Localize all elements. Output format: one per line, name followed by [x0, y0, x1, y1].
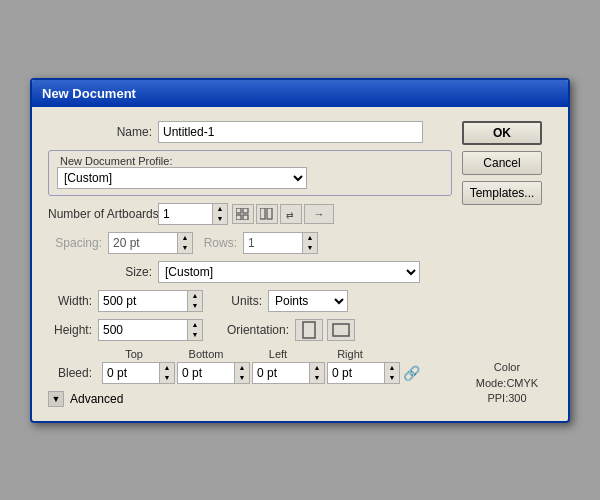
- bleed-right-col-label: Right: [314, 348, 386, 360]
- artboards-spin-up[interactable]: ▲: [213, 204, 227, 214]
- bleed-left-down[interactable]: ▼: [310, 373, 324, 383]
- bleed-top-input[interactable]: [102, 362, 160, 384]
- rows-label: Rows:: [193, 236, 243, 250]
- bleed-bottom-spinner: ▲ ▼: [177, 362, 250, 384]
- artboard-layout-icons: ⇄ →: [232, 204, 334, 224]
- profile-fieldset: New Document Profile: [Custom]: [48, 150, 452, 196]
- portrait-button[interactable]: [295, 319, 323, 341]
- height-input[interactable]: [98, 319, 188, 341]
- ppi-label: PPI:300: [462, 391, 552, 406]
- rows-spinner-arrows[interactable]: ▲ ▼: [303, 232, 318, 254]
- bleed-right-arrows[interactable]: ▲ ▼: [385, 362, 400, 384]
- svg-rect-7: [303, 322, 315, 338]
- bleed-left-input[interactable]: [252, 362, 310, 384]
- spacing-spinner: ▲ ▼: [108, 232, 193, 254]
- change-to-landscape-icon[interactable]: ⇄: [280, 204, 302, 224]
- artboards-label: Number of Artboards:: [48, 207, 158, 221]
- bleed-left-up[interactable]: ▲: [310, 363, 324, 373]
- width-input[interactable]: [98, 290, 188, 312]
- bleed-top-col-label: Top: [98, 348, 170, 360]
- artboards-spinner: ▲ ▼: [158, 203, 228, 225]
- height-spinner: ▲ ▼: [98, 319, 203, 341]
- new-document-dialog: New Document Name: New Document Profile:…: [30, 78, 570, 423]
- advanced-row: ▼ Advanced: [48, 391, 452, 407]
- svg-rect-0: [236, 208, 241, 213]
- color-mode-info: Color Mode:CMYK PPI:300: [462, 356, 552, 406]
- advanced-toggle-button[interactable]: ▼: [48, 391, 64, 407]
- height-group: Height: ▲ ▼: [48, 319, 203, 341]
- bleed-header: Top Bottom Left Right: [98, 348, 452, 360]
- height-spin-up[interactable]: ▲: [188, 320, 202, 330]
- svg-rect-4: [260, 208, 265, 219]
- bleed-right-down[interactable]: ▼: [385, 373, 399, 383]
- bleed-top-spinner: ▲ ▼: [102, 362, 175, 384]
- cancel-button[interactable]: Cancel: [462, 151, 542, 175]
- spacing-spinner-arrows[interactable]: ▲ ▼: [178, 232, 193, 254]
- bleed-right-input[interactable]: [327, 362, 385, 384]
- height-label: Height:: [48, 323, 98, 337]
- height-spin-down[interactable]: ▼: [188, 330, 202, 340]
- rows-spin-up[interactable]: ▲: [303, 233, 317, 243]
- bleed-label: Bleed:: [48, 366, 98, 380]
- svg-rect-5: [267, 208, 272, 219]
- ok-button[interactable]: OK: [462, 121, 542, 145]
- templates-button[interactable]: Templates...: [462, 181, 542, 205]
- svg-rect-8: [333, 324, 349, 336]
- height-spinner-arrows[interactable]: ▲ ▼: [188, 319, 203, 341]
- bleed-bottom-arrows[interactable]: ▲ ▼: [235, 362, 250, 384]
- profile-select[interactable]: [Custom]: [57, 167, 307, 189]
- bleed-left-col-label: Left: [242, 348, 314, 360]
- width-group: Width: ▲ ▼: [48, 290, 203, 312]
- bleed-bottom-up[interactable]: ▲: [235, 363, 249, 373]
- bleed-left-arrows[interactable]: ▲ ▼: [310, 362, 325, 384]
- bleed-chain-icon[interactable]: 🔗: [402, 362, 420, 384]
- bleed-right-up[interactable]: ▲: [385, 363, 399, 373]
- grid-by-row-icon[interactable]: [232, 204, 254, 224]
- grid-by-col-icon[interactable]: [256, 204, 278, 224]
- bleed-bottom-down[interactable]: ▼: [235, 373, 249, 383]
- orientation-label: Orientation:: [223, 323, 295, 337]
- profile-legend: New Document Profile:: [57, 155, 443, 167]
- spacing-spin-down[interactable]: ▼: [178, 243, 192, 253]
- width-spinner-arrows[interactable]: ▲ ▼: [188, 290, 203, 312]
- bleed-bottom-col-label: Bottom: [170, 348, 242, 360]
- height-orientation-row: Height: ▲ ▼ Orientation:: [48, 319, 452, 341]
- svg-rect-1: [243, 208, 248, 213]
- svg-rect-2: [236, 215, 241, 220]
- units-group: Units: Points Pixels Inches: [223, 290, 348, 312]
- right-panel: OK Cancel Templates... Color Mode:CMYK P…: [462, 121, 552, 407]
- bleed-left-spinner: ▲ ▼: [252, 362, 325, 384]
- width-spin-up[interactable]: ▲: [188, 291, 202, 301]
- bleed-inputs: ▲ ▼ ▲ ▼: [102, 362, 420, 384]
- spacing-spin-up[interactable]: ▲: [178, 233, 192, 243]
- artboards-input[interactable]: [158, 203, 213, 225]
- rows-input[interactable]: [243, 232, 303, 254]
- spacing-rows-row: Spacing: ▲ ▼ Rows: ▲ ▼: [48, 232, 452, 254]
- artboards-spin-down[interactable]: ▼: [213, 214, 227, 224]
- advanced-label: Advanced: [70, 392, 123, 406]
- bleed-top-down[interactable]: ▼: [160, 373, 174, 383]
- width-spinner: ▲ ▼: [98, 290, 203, 312]
- size-label: Size:: [48, 265, 158, 279]
- name-row: Name:: [48, 121, 452, 143]
- width-label: Width:: [48, 294, 98, 308]
- name-input[interactable]: [158, 121, 423, 143]
- spacing-arrow-icon[interactable]: →: [304, 204, 334, 224]
- bleed-row: Bleed: ▲ ▼ ▲: [48, 362, 452, 384]
- profile-row: [Custom]: [57, 167, 443, 189]
- svg-text:⇄: ⇄: [286, 210, 294, 220]
- bleed-section: Top Bottom Left Right Bleed: ▲ ▼: [48, 348, 452, 384]
- name-label: Name:: [48, 125, 158, 139]
- artboards-row: Number of Artboards: ▲ ▼: [48, 203, 452, 225]
- bleed-top-arrows[interactable]: ▲ ▼: [160, 362, 175, 384]
- landscape-button[interactable]: [327, 319, 355, 341]
- artboards-spinner-arrows[interactable]: ▲ ▼: [213, 203, 228, 225]
- bleed-bottom-input[interactable]: [177, 362, 235, 384]
- rows-spinner: ▲ ▼: [243, 232, 318, 254]
- spacing-input[interactable]: [108, 232, 178, 254]
- units-select[interactable]: Points Pixels Inches: [268, 290, 348, 312]
- size-select[interactable]: [Custom]: [158, 261, 420, 283]
- bleed-top-up[interactable]: ▲: [160, 363, 174, 373]
- rows-spin-down[interactable]: ▼: [303, 243, 317, 253]
- width-spin-down[interactable]: ▼: [188, 301, 202, 311]
